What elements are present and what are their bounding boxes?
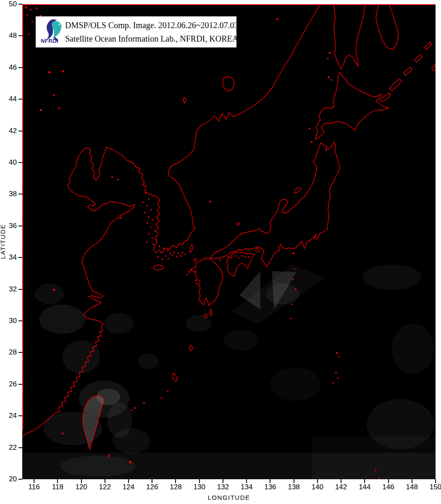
- lat-tick-label: 46: [3, 63, 17, 72]
- lon-tick-label: 118: [48, 483, 67, 491]
- coastline-mainland: [22, 4, 320, 436]
- lat-tick-22: [18, 447, 22, 448]
- lon-tick-150: [435, 479, 436, 483]
- lon-tick-134: [246, 479, 247, 483]
- lon-tick-132: [223, 479, 223, 483]
- map-title-line1: DMSP/OLS Comp. Image. 2012.06.26~2012.07…: [65, 18, 235, 32]
- coastline-shikoku: [226, 252, 254, 276]
- lon-tick-148: [412, 479, 412, 483]
- lon-tick-label: 132: [214, 483, 232, 491]
- lon-tick-label: 130: [190, 483, 209, 491]
- lon-tick-144: [364, 479, 365, 483]
- lon-tick-136: [270, 479, 270, 483]
- lon-tick-126: [152, 479, 152, 483]
- lat-tick-label: 44: [3, 95, 17, 103]
- coastline-hokkaido: [315, 72, 388, 139]
- lat-tick-label: 38: [3, 190, 17, 198]
- lat-tick-40: [18, 162, 22, 163]
- lat-tick-label: 30: [3, 317, 17, 325]
- lat-tick-36: [18, 226, 22, 226]
- lat-tick-46: [18, 67, 22, 68]
- lon-tick-140: [317, 479, 318, 483]
- lon-tick-label: 150: [426, 483, 441, 491]
- lat-tick-34: [18, 257, 22, 258]
- lon-tick-label: 122: [96, 483, 114, 491]
- lat-tick-32: [18, 289, 22, 290]
- lat-tick-26: [18, 384, 22, 385]
- lon-tick-label: 124: [119, 483, 138, 491]
- lon-tick-142: [341, 479, 341, 483]
- lon-tick-label: 120: [72, 483, 91, 491]
- lon-tick-label: 140: [308, 483, 327, 491]
- lon-tick-120: [81, 479, 82, 483]
- lon-tick-label: 116: [25, 483, 43, 491]
- lat-tick-label: 24: [3, 412, 17, 420]
- lon-tick-label: 142: [332, 483, 350, 491]
- lon-tick-124: [128, 479, 129, 483]
- lat-tick-label: 32: [3, 285, 17, 294]
- lon-tick-122: [105, 479, 105, 483]
- lake-khanka: [223, 76, 234, 91]
- cloud-layer: [22, 265, 436, 479]
- lat-tick-label: 26: [3, 380, 17, 388]
- coastline-kyushu: [191, 258, 223, 306]
- lat-tick-label: 40: [3, 158, 17, 167]
- lon-tick-label: 126: [143, 483, 161, 491]
- lon-tick-label: 136: [261, 483, 279, 491]
- lat-tick-28: [18, 352, 22, 353]
- map-title-line2: Satellite Ocean Information Lab., NFRDI,…: [65, 32, 235, 45]
- y-axis-title: LATITUDE: [0, 200, 7, 284]
- lat-tick-44: [18, 99, 22, 100]
- lon-tick-130: [199, 479, 200, 483]
- lon-tick-label: 148: [403, 483, 421, 491]
- lat-tick-label: 22: [3, 444, 17, 452]
- dmsp-ols-map-page: NFRDI DMSP/OLS Comp. Image. 2012.06.26~2…: [0, 0, 441, 504]
- lon-tick-116: [34, 479, 34, 483]
- lat-tick-label: 48: [3, 32, 17, 40]
- lat-tick-42: [18, 131, 22, 131]
- lon-tick-label: 138: [285, 483, 303, 491]
- lon-tick-138: [294, 479, 294, 483]
- map-area: [22, 4, 436, 479]
- tsushima-island: [190, 244, 193, 253]
- lon-tick-label: 146: [379, 483, 398, 491]
- kuril-islands: [380, 42, 436, 102]
- lat-tick-48: [18, 35, 22, 36]
- coastline-sakhalin: [334, 4, 365, 69]
- coastline-honshu: [210, 142, 340, 267]
- lat-tick-label: 36: [3, 222, 17, 230]
- lat-tick-20: [18, 479, 22, 480]
- lon-tick-146: [388, 479, 389, 483]
- lat-tick-label: 20: [3, 475, 17, 483]
- nfrdi-logo-text: NFRDI: [37, 38, 63, 44]
- title-box: NFRDI DMSP/OLS Comp. Image. 2012.06.26~2…: [36, 16, 236, 47]
- lat-tick-24: [18, 415, 22, 416]
- lon-tick-label: 134: [237, 483, 256, 491]
- coastline-layer: [22, 4, 436, 449]
- satellite-map-graphic: [22, 4, 436, 479]
- lat-tick-label: 42: [3, 127, 17, 135]
- lat-tick-label: 50: [3, 0, 17, 8]
- lat-tick-50: [18, 4, 22, 5]
- lat-tick-38: [18, 194, 22, 194]
- lon-tick-118: [57, 479, 58, 483]
- jeju-island: [153, 265, 163, 270]
- lon-tick-label: 144: [355, 483, 374, 491]
- lon-tick-label: 128: [166, 483, 185, 491]
- lat-tick-30: [18, 320, 22, 321]
- island-speckles: [25, 7, 380, 478]
- lon-tick-128: [175, 479, 176, 483]
- x-axis-title: LONGITUDE: [22, 494, 436, 501]
- lat-tick-label: 34: [3, 253, 17, 262]
- lat-tick-label: 28: [3, 348, 17, 357]
